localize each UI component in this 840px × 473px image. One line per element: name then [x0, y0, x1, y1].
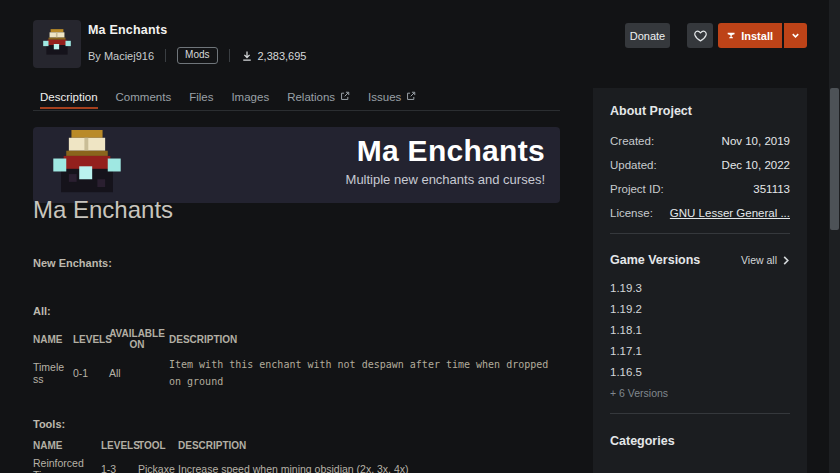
author-link[interactable]: By Maciej916: [88, 50, 154, 62]
tab-bar: Description Comments Files Images Relati…: [33, 87, 560, 111]
enchant-tool: Pickaxe: [138, 455, 178, 473]
tab-issues[interactable]: Issues: [368, 87, 416, 110]
enchant-levels: 0-1: [73, 354, 109, 392]
table-row: Timeless 0-1 All Item with this enchant …: [33, 354, 560, 392]
donate-button[interactable]: Donate: [625, 23, 670, 48]
updated-value: Dec 10, 2022: [722, 159, 790, 171]
install-button[interactable]: Install: [718, 23, 782, 48]
tab-comments[interactable]: Comments: [116, 87, 172, 110]
col-available-on: AVAILABLE ON: [109, 328, 169, 354]
table-row: Reinforced Tip 1-3 Pickaxe Increase spee…: [33, 455, 560, 473]
game-versions-list: 1.19.3 1.19.2 1.18.1 1.17.1 1.16.5 + 6 V…: [610, 282, 790, 399]
tab-description[interactable]: Description: [40, 87, 98, 110]
col-description: DESCRIPTION: [178, 440, 560, 455]
tab-files[interactable]: Files: [189, 87, 213, 110]
header-actions: Donate Install: [625, 23, 807, 48]
tab-relations[interactable]: Relations: [287, 87, 350, 110]
col-name: NAME: [33, 440, 101, 455]
mod-meta: By Maciej916 Mods 2,383,695: [88, 47, 306, 64]
tab-images[interactable]: Images: [231, 87, 269, 110]
favorite-button[interactable]: [687, 23, 713, 48]
banner-subtitle: Multiple new enchants and curses!: [346, 172, 545, 187]
table-header-row: NAME LEVELS TOOL DESCRIPTION: [33, 440, 560, 455]
mod-page: Ma Enchants By Maciej916 Mods 2,383,695 …: [0, 0, 840, 473]
col-name: NAME: [33, 328, 73, 354]
created-row: Created: Nov 10, 2019: [610, 135, 790, 147]
about-rows: Created: Nov 10, 2019 Updated: Dec 10, 2…: [610, 135, 790, 219]
enchant-name: Timeless: [33, 354, 73, 392]
created-label: Created:: [610, 135, 654, 147]
game-versions-title: Game Versions: [610, 253, 700, 267]
enchant-available-on: All: [109, 354, 169, 392]
chevron-right-icon: [782, 256, 790, 265]
version-item[interactable]: 1.17.1: [610, 345, 790, 357]
banner-title: Ma Enchants: [357, 134, 545, 168]
mod-thumbnail: [33, 20, 81, 68]
col-description: DESCRIPTION: [169, 328, 560, 354]
game-versions-header: Game Versions View all: [610, 253, 790, 267]
version-item[interactable]: 1.16.5: [610, 366, 790, 378]
scrollbar-track[interactable]: [829, 0, 840, 473]
external-link-icon: [340, 91, 350, 101]
heart-icon: [694, 30, 707, 42]
enchanting-table-art: [45, 130, 129, 200]
divider: [610, 413, 790, 414]
new-enchants-heading: New Enchants:: [33, 257, 112, 269]
tools-heading: Tools:: [33, 418, 65, 430]
updated-row: Updated: Dec 10, 2022: [610, 159, 790, 171]
divider: [165, 49, 166, 62]
mods-badge[interactable]: Mods: [177, 47, 217, 64]
project-id-row: Project ID: 351113: [610, 183, 790, 195]
created-value: Nov 10, 2019: [722, 135, 790, 147]
about-project-panel: About Project Created: Nov 10, 2019 Upda…: [593, 88, 807, 473]
table-header-row: NAME LEVELS AVAILABLE ON DESCRIPTION: [33, 328, 560, 354]
divider: [610, 233, 790, 234]
license-row: License: GNU Lesser General ...: [610, 207, 790, 219]
license-label: License:: [610, 207, 653, 219]
version-item[interactable]: 1.19.2: [610, 303, 790, 315]
tools-enchants-table: NAME LEVELS TOOL DESCRIPTION Reinforced …: [33, 440, 560, 473]
description-heading: Ma Enchants: [33, 196, 173, 224]
col-tool: TOOL: [138, 440, 178, 455]
all-heading: All:: [33, 305, 51, 317]
download-icon: [241, 50, 253, 62]
downloads-count: 2,383,695: [241, 50, 307, 62]
chevron-down-icon: [790, 30, 801, 41]
scrollbar-thumb[interactable]: [830, 88, 839, 230]
col-levels: LEVELS: [73, 328, 109, 354]
updated-label: Updated:: [610, 159, 657, 171]
external-link-icon: [406, 91, 416, 101]
install-options-button[interactable]: [784, 23, 807, 48]
project-id-value: 351113: [753, 183, 790, 195]
version-item[interactable]: 1.18.1: [610, 324, 790, 336]
anvil-icon: [727, 30, 735, 41]
enchant-levels: 1-3: [101, 455, 138, 473]
enchant-description: Increase speed when mining obsidian (2x,…: [178, 455, 560, 473]
license-link[interactable]: GNU Lesser General ...: [670, 207, 790, 219]
categories-title: Categories: [610, 434, 790, 448]
description-banner: Ma Enchants Multiple new enchants and cu…: [33, 127, 560, 203]
enchant-description: Item with this enchant with not despawn …: [169, 354, 560, 392]
enchanting-table-icon: [40, 29, 74, 59]
project-id-label: Project ID:: [610, 183, 664, 195]
more-versions-link[interactable]: + 6 Versions: [610, 387, 790, 399]
enchant-name: Reinforced Tip: [33, 455, 101, 473]
col-levels: LEVELS: [101, 440, 138, 455]
about-project-title: About Project: [610, 104, 790, 118]
divider: [229, 49, 230, 62]
version-item[interactable]: 1.19.3: [610, 282, 790, 294]
page-title: Ma Enchants: [88, 23, 167, 37]
all-enchants-table: NAME LEVELS AVAILABLE ON DESCRIPTION Tim…: [33, 328, 560, 392]
view-all-link[interactable]: View all: [741, 254, 790, 266]
